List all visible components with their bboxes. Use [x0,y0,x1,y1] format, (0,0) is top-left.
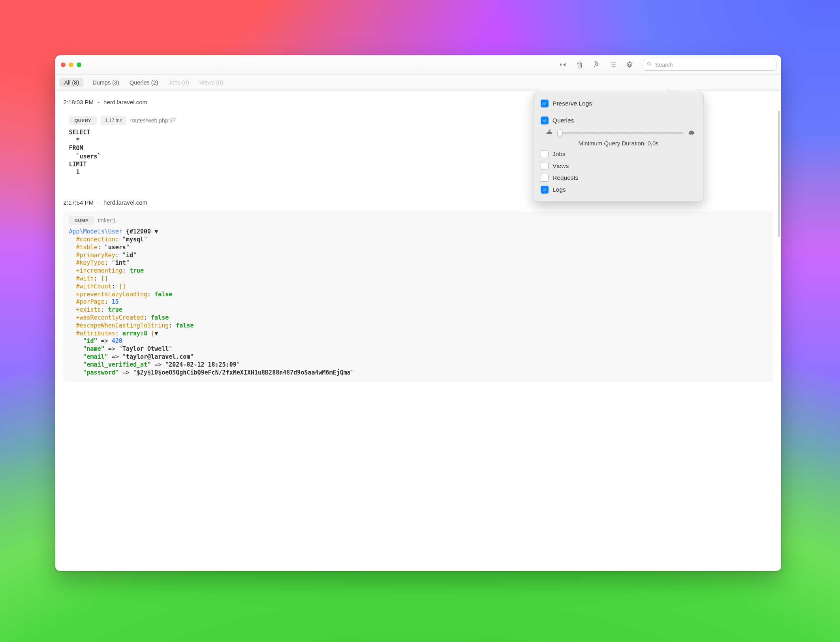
entry-card: DUMP tinker:1 App\Models\User {#12000 ▼ … [63,211,773,382]
logs-row[interactable]: Logs [541,184,696,196]
tab-all[interactable]: All (8) [59,78,84,87]
views-label: Views [552,162,569,169]
slider-caption: Minimum Query Duration: 0,0s [541,137,696,148]
entry-host: herd.laravel.com [103,199,147,206]
titlebar [55,55,781,75]
rabbit-icon [545,129,553,137]
kind-badge: DUMP [69,216,94,225]
divider [539,112,698,112]
svg-point-0 [563,64,564,65]
checkbox-queries[interactable] [541,117,549,124]
settings-popover: Preserve Logs Queries [533,92,704,201]
source-label: routes/web.php:37 [130,117,176,124]
checkbox-preserve-logs[interactable] [541,100,549,107]
app-window: All (8) Dumps (3) Queries (2) Jobs (0) V… [55,55,781,571]
pin-icon[interactable] [592,61,600,69]
duration-slider[interactable] [557,129,684,137]
jobs-label: Jobs [552,151,566,158]
entry-time: 2:18:03 PM [63,99,94,105]
slider-thumb[interactable] [557,129,563,137]
search-input[interactable] [654,61,773,68]
svg-point-2 [648,62,650,65]
queries-label: Queries [552,117,574,124]
requests-row[interactable]: Requests [541,172,696,184]
collapse-toggle[interactable]: ▼ [154,330,158,337]
checkbox-views[interactable] [541,162,549,170]
tab-views[interactable]: Views (0) [198,78,225,87]
checkbox-logs[interactable] [541,186,549,194]
gear-icon[interactable] [626,61,633,69]
entry-time: 2:17:54 PM [63,199,94,206]
separator: - [98,199,100,206]
preserve-logs-label: Preserve Logs [552,100,592,107]
tab-queries[interactable]: Queries (2) [128,78,160,87]
close-window-button[interactable] [61,62,66,67]
search-icon [646,61,652,68]
window-controls [60,62,81,67]
source-label: tinker:1 [98,217,116,224]
checkbox-jobs[interactable] [541,150,549,158]
logs-label: Logs [552,186,566,193]
jobs-row[interactable]: Jobs [541,148,696,160]
filter-tabs: All (8) Dumps (3) Queries (2) Jobs (0) V… [55,75,781,91]
requests-label: Requests [552,174,578,181]
kind-badge: QUERY [69,116,97,125]
checkbox-requests[interactable] [541,174,549,182]
preserve-logs-row[interactable]: Preserve Logs [541,98,696,109]
trash-icon[interactable] [576,61,584,69]
search-field[interactable] [643,59,776,71]
minimize-window-button[interactable] [69,62,73,67]
tab-jobs[interactable]: Jobs (0) [167,78,190,87]
tab-dumps[interactable]: Dumps (3) [91,78,121,87]
views-row[interactable]: Views [541,160,696,172]
toolbar [559,61,633,69]
svg-point-1 [629,64,631,66]
entry-host: herd.laravel.com [103,99,147,105]
dump-block: App\Models\User {#12000 ▼ #connection: "… [69,228,768,377]
log-entry: 2:17:54 PM - herd.laravel.com DUMP tinke… [55,191,781,392]
broadcast-icon[interactable] [559,61,567,69]
duration-slider-row [541,126,696,137]
zoom-window-button[interactable] [77,62,81,67]
turtle-icon [688,129,695,137]
scrollbar[interactable] [778,111,780,237]
duration-pill: 1.17 ms [101,116,126,125]
list-icon[interactable] [609,61,617,69]
collapse-toggle[interactable]: ▼ [154,228,158,235]
queries-row[interactable]: Queries [541,115,696,126]
separator: - [98,99,100,105]
